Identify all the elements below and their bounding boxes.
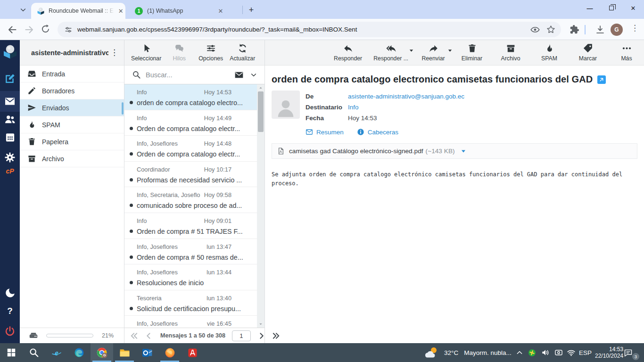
browser-menu-icon[interactable]: ⋮ xyxy=(631,23,639,33)
page-number-input[interactable] xyxy=(232,330,251,341)
tray-chevron-up-icon[interactable] xyxy=(516,343,523,362)
window-minimize-button[interactable]: — xyxy=(579,0,601,16)
message-row[interactable]: InfoHoy 14:49Orden de compra catalogo el… xyxy=(124,110,257,136)
message-row[interactable]: Info, JosefloresHoy 14:48Orden de compra… xyxy=(124,136,257,162)
language-indicator[interactable]: ESP xyxy=(579,343,592,362)
headers-link[interactable]: Cabeceras xyxy=(357,128,398,136)
action-center-button[interactable]: 3 xyxy=(623,343,640,362)
dark-mode-moon-icon[interactable] xyxy=(0,287,20,299)
send-icon xyxy=(27,103,36,112)
from-address-link[interactable]: asistente-administrativo@sanjuan.gob.ec xyxy=(348,91,464,102)
tab-roundcube[interactable]: Roundcube Webmail :: Enviados ✕ xyxy=(31,3,125,19)
recipient-link[interactable]: Info xyxy=(348,102,359,113)
logout-power-icon[interactable] xyxy=(0,326,20,337)
volume-icon[interactable] xyxy=(541,343,550,362)
folder-item-borradores[interactable]: Borradores xyxy=(20,82,124,99)
first-page-icon[interactable] xyxy=(130,332,138,340)
tab-close-icon[interactable]: ✕ xyxy=(116,6,125,16)
new-tab-button[interactable]: + xyxy=(246,5,256,15)
tab-close-icon[interactable]: ✕ xyxy=(216,6,225,16)
window-restore-button[interactable] xyxy=(601,0,622,16)
scroll-thumb[interactable] xyxy=(258,91,264,132)
extensions-puzzle-icon[interactable] xyxy=(570,25,580,35)
message-row[interactable]: InfoHoy 09:01Orden de compra # 51 TRAJES… xyxy=(124,213,257,239)
preview-eye-icon[interactable] xyxy=(530,25,540,35)
reply-button[interactable]: Responder xyxy=(334,43,362,62)
dropdown-caret-icon[interactable] xyxy=(447,48,453,53)
account-menu-icon[interactable]: ⋮ xyxy=(108,48,120,58)
tag-button[interactable]: Marcar xyxy=(574,43,602,62)
clock-widget[interactable]: 14:5322/10/2024 xyxy=(595,343,623,362)
tab-whatsapp[interactable]: 1 (1) WhatsApp ✕ xyxy=(128,3,240,19)
folder-item-spam[interactable]: SPAM xyxy=(20,116,124,133)
attachment-menu-caret-icon[interactable] xyxy=(461,148,466,154)
start-button[interactable] xyxy=(0,343,23,362)
help-icon[interactable]: ? xyxy=(0,306,20,316)
search-input[interactable] xyxy=(146,71,226,79)
search-scope-envelope-icon[interactable] xyxy=(234,70,244,80)
meet-now-icon[interactable] xyxy=(554,343,563,362)
cursor-button[interactable]: Seleccionar xyxy=(131,43,161,62)
scroll-up-icon[interactable] xyxy=(258,86,263,90)
edge-button[interactable] xyxy=(68,343,91,362)
acrobat-button[interactable] xyxy=(181,343,204,362)
search-options-chevron-icon[interactable] xyxy=(250,72,257,78)
antivirus-tray-icon[interactable] xyxy=(528,343,537,362)
sliders-button[interactable]: Opciones xyxy=(197,43,224,62)
mail-nav-icon[interactable] xyxy=(0,96,20,107)
chrome-button[interactable]: G xyxy=(91,343,113,362)
explorer-button[interactable] xyxy=(113,343,136,362)
downloads-icon[interactable] xyxy=(595,25,605,35)
account-header[interactable]: asistente-administrativo... ⋮ xyxy=(20,40,124,66)
ie-button[interactable]: e xyxy=(45,343,68,362)
forward-icon[interactable] xyxy=(24,24,35,35)
dots-button[interactable]: Más xyxy=(613,43,640,62)
tab-search-button[interactable] xyxy=(16,3,30,16)
archive-button[interactable]: Archivo xyxy=(497,43,524,62)
profile-avatar[interactable]: G xyxy=(611,24,623,36)
calendar-nav-icon[interactable] xyxy=(0,132,20,143)
list-scrollbar[interactable] xyxy=(257,84,264,328)
folder-item-entrada[interactable]: Entrada xyxy=(20,66,124,82)
back-icon[interactable] xyxy=(7,24,18,35)
open-in-new-window-icon[interactable] xyxy=(597,75,606,84)
wifi-icon[interactable] xyxy=(567,343,576,362)
chat-button[interactable]: Hilos xyxy=(165,43,193,62)
firefox-button[interactable] xyxy=(158,343,181,362)
refresh-button[interactable]: Actualizar xyxy=(229,43,256,62)
cpanel-logo[interactable]: cP xyxy=(0,167,20,175)
contacts-nav-icon[interactable] xyxy=(0,113,20,125)
attachment-name[interactable]: camisetas gad Catálogo electrónico-signe… xyxy=(289,148,423,155)
scroll-down-icon[interactable] xyxy=(258,322,263,326)
taskbar-search-button[interactable] xyxy=(23,343,45,362)
reload-icon[interactable] xyxy=(41,24,52,35)
message-row[interactable]: Info, Josefloresvie 16:45 xyxy=(124,316,257,328)
reply-all-button[interactable]: Responder ... xyxy=(373,43,408,62)
flame-button[interactable]: SPAM xyxy=(536,43,563,62)
weather-widget[interactable]: 32°C Mayorm. nubla... xyxy=(423,343,512,362)
attachment-row[interactable]: camisetas gad Catálogo electrónico-signe… xyxy=(272,143,637,159)
prev-page-icon[interactable] xyxy=(145,332,153,340)
dropdown-caret-icon[interactable] xyxy=(409,48,414,53)
bookmark-star-icon[interactable] xyxy=(546,25,556,35)
message-row[interactable]: Info, Secretaria, JosefloresHoy 09:58com… xyxy=(124,187,257,213)
folder-scrollbar[interactable] xyxy=(122,102,124,115)
message-row[interactable]: Info, Josefloreslun 13:47Orden de compra… xyxy=(124,239,257,265)
window-close-button[interactable]: ✕ xyxy=(622,0,644,16)
compose-button[interactable] xyxy=(0,73,20,84)
next-page-icon[interactable] xyxy=(257,332,265,340)
outlook-button[interactable] xyxy=(136,343,158,362)
message-row[interactable]: InfoHoy 14:53orden de compra catalogo el… xyxy=(124,84,257,110)
message-row[interactable]: Tesorerialun 13:40Solicitud de certifica… xyxy=(124,290,257,316)
url-bar[interactable]: webmail.sanjuan.gob.ec/cpsess5423996997/… xyxy=(58,22,561,37)
settings-gear-icon[interactable] xyxy=(0,152,20,163)
forward-button[interactable]: Reenviar xyxy=(420,43,447,62)
folder-item-papelera[interactable]: Papelera xyxy=(20,133,124,150)
folder-item-enviados[interactable]: Enviados xyxy=(20,99,124,116)
trash-button[interactable]: Eliminar xyxy=(458,43,486,62)
folder-item-archivo[interactable]: Archivo xyxy=(20,150,124,167)
summary-link[interactable]: Resumen xyxy=(305,128,344,136)
message-row[interactable]: Info, Josefloreslun 13:44Resoluciones de… xyxy=(124,264,257,290)
site-info-icon[interactable] xyxy=(64,25,73,34)
message-row[interactable]: CoordinadorHoy 10:17Proformas de necesid… xyxy=(124,162,257,188)
